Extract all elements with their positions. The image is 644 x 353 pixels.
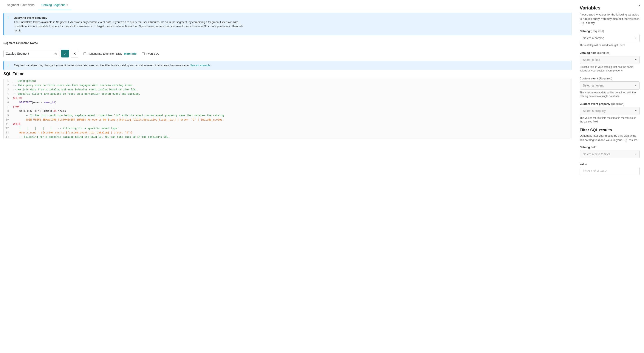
regenerate-extension-text: Regenerate Extension Daily <box>88 52 122 55</box>
panel-title: Variables <box>580 5 640 11</box>
alert-title: Querying event data only <box>14 16 47 19</box>
see-example-link[interactable]: See an example <box>190 64 210 67</box>
confirm-button[interactable]: ✓ <box>61 50 69 58</box>
sql-line-5: 5 SELECT <box>4 96 571 100</box>
custom-event-placeholder: Select an event <box>583 84 604 87</box>
catalog-field-chevron-icon: ▾ <box>635 58 636 61</box>
info-banner-text: Required variables may change if you edi… <box>14 64 210 67</box>
custom-event-field-group: Custom event (Required) Select an event … <box>580 77 640 98</box>
more-info-link[interactable]: More Info <box>124 52 137 55</box>
panel-close-button[interactable]: × <box>638 4 640 8</box>
segment-name-input-wrapper: ⊗ <box>4 50 60 57</box>
regenerate-extension-checkbox[interactable] <box>84 52 86 55</box>
alert-banner: i Querying event data only The Snowflake… <box>4 13 572 35</box>
sql-line-2: 2 -- This query aims to fetch users who … <box>4 83 571 88</box>
sql-line-4: 4 -- Specific filters are applied to foc… <box>4 92 571 96</box>
catalog-field-select-required: (Required) <box>597 51 610 54</box>
invert-sql-label: Invert SQL <box>142 52 159 55</box>
custom-event-hint: This custom event data will be combined … <box>580 91 640 98</box>
sql-editor[interactable]: 1 -- Description: 2 -- This query aims t… <box>4 79 572 139</box>
sql-line-6: 6 DISTINCT(events.user_id) <box>4 100 571 105</box>
catalog-field-group: Catalog (Required) Select a catalog ▾ Th… <box>580 30 640 47</box>
tab-close-icon[interactable]: × <box>66 4 68 6</box>
filter-catalog-field-group: Catalog field Select a field to filter ▾ <box>580 146 640 158</box>
sql-line-3: 3 -- We join data from a catalog and use… <box>4 88 571 92</box>
panel-subtitle: Please specify values for the following … <box>580 12 640 25</box>
catalog-chevron-icon: ▾ <box>635 36 636 40</box>
info-banner: i Required variables may change if you e… <box>4 61 572 70</box>
custom-event-property-required: (Required) <box>611 102 624 106</box>
filter-section-divider: Filter SQL results Optionally filter you… <box>580 128 640 142</box>
custom-event-chevron-icon: ▾ <box>635 84 636 87</box>
custom-event-property-label: Custom event property (Required) <box>580 102 640 106</box>
cancel-button[interactable]: ✕ <box>70 50 78 58</box>
info-icon-2: i <box>8 64 11 67</box>
info-icon: i <box>8 16 11 32</box>
sql-line-11: 11 WHERE <box>4 122 571 126</box>
tab-label-catalog-segment: Catalog Segment <box>41 3 64 7</box>
sql-line-1: 1 -- Description: <box>4 79 571 83</box>
alert-body: The Snowflake tables available in Segmen… <box>14 20 243 32</box>
tab-segment-extensions[interactable]: Segment Extensions <box>4 0 38 10</box>
filter-catalog-chevron-icon: ▾ <box>635 152 636 156</box>
right-panel: × Variables Please specify values for th… <box>575 0 644 353</box>
value-input[interactable] <box>580 167 640 175</box>
regenerate-extension-label: Regenerate Extension Daily <box>84 52 122 55</box>
filter-catalog-field-dropdown[interactable]: Select a field to filter ▾ <box>580 150 640 158</box>
custom-event-property-group: Custom event property (Required) Select … <box>580 102 640 124</box>
catalog-field-select-label: Catalog field (Required) <box>580 51 640 54</box>
custom-event-property-dropdown[interactable]: Select a property ▾ <box>580 107 640 115</box>
sql-line-14: 14 -- Filtering for a specific catalog u… <box>4 135 571 139</box>
custom-event-property-chevron-icon: ▾ <box>635 109 636 112</box>
catalog-placeholder: Select a catalog <box>583 36 604 40</box>
filter-catalog-field-label: Catalog field <box>580 146 640 149</box>
value-field-group: Value <box>580 162 640 175</box>
custom-event-property-placeholder: Select a property <box>583 109 606 112</box>
sql-line-7: 7 FROM <box>4 105 571 109</box>
filter-section-title: Filter SQL results <box>580 128 640 132</box>
invert-sql-text: Invert SQL <box>146 52 159 55</box>
sql-line-8: 8 CATALOGS_ITEMS_SHARED AS items <box>4 109 571 114</box>
custom-event-property-hint: The values for this field must match the… <box>580 116 640 124</box>
catalog-field-placeholder: Select a field <box>583 58 600 62</box>
catalog-field-dropdown[interactable]: Select a field ▾ <box>580 56 640 64</box>
catalog-field-label: Catalog (Required) <box>580 30 640 33</box>
sql-editor-container: SQL Editor 1 -- Description: 2 -- This q… <box>4 72 572 139</box>
sql-line-9: 9 -- In the join condition below, replac… <box>4 114 571 118</box>
form-section: Segment Extension Name <box>0 38 575 48</box>
value-field-label: Value <box>580 162 640 166</box>
catalog-required-text: (Required) <box>590 30 604 33</box>
main-content: i Querying event data only The Snowflake… <box>0 10 575 353</box>
sql-line-10: 10 JOIN USERS_BEHAVIORS_CUSTOMEVENT_SHAR… <box>4 118 571 122</box>
toolbar-row: ⊗ ✓ ✕ Regenerate Extension Daily More In… <box>0 48 575 59</box>
segment-name-input[interactable] <box>6 52 54 55</box>
custom-event-required: (Required) <box>599 77 612 80</box>
catalog-hint: This catalog will be used to target user… <box>580 44 640 47</box>
catalog-field-hint: Select a field in your catalog that has … <box>580 65 640 72</box>
sql-line-13: 13 events.name = {{custom_events.${custo… <box>4 131 571 135</box>
filter-section-desc: Optionally filter your results by only d… <box>580 134 640 142</box>
tab-bar: Segment Extensions Catalog Segment × <box>0 0 575 10</box>
segment-extension-name-label: Segment Extension Name <box>4 41 572 44</box>
sql-editor-title: SQL Editor <box>4 72 572 76</box>
tab-catalog-segment[interactable]: Catalog Segment × <box>38 0 71 10</box>
catalog-dropdown[interactable]: Select a catalog ▾ <box>580 34 640 42</box>
custom-event-label: Custom event (Required) <box>580 77 640 80</box>
catalog-field-select-group: Catalog field (Required) Select a field … <box>580 51 640 72</box>
custom-event-dropdown[interactable]: Select an event ▾ <box>580 81 640 90</box>
filter-catalog-field-placeholder: Select a field to filter <box>583 152 610 156</box>
tab-label-segment-extensions: Segment Extensions <box>7 3 34 7</box>
input-clear-icon[interactable]: ⊗ <box>54 52 57 56</box>
sql-line-12: 12 | | | | | -- Filtering for a specific… <box>4 126 571 131</box>
invert-sql-checkbox[interactable] <box>142 52 145 55</box>
